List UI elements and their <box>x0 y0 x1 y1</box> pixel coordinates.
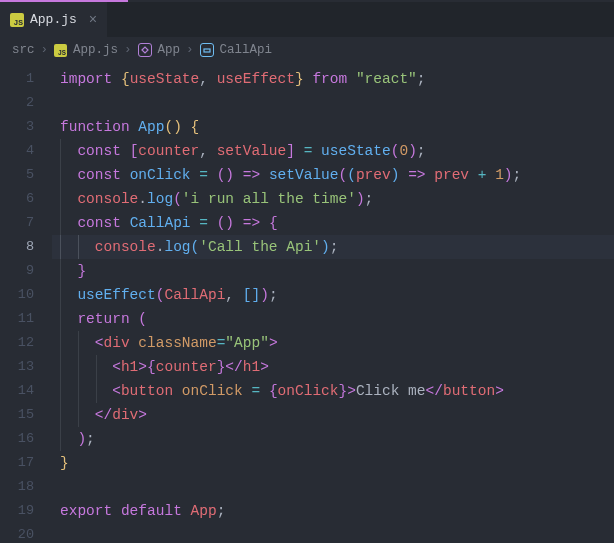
tab-bar: JS App.js × <box>0 2 614 37</box>
code-line[interactable]: const CallApi = () => { <box>52 211 614 235</box>
line-number-gutter: 1 2 3 4 5 6 7 8 9 10 11 12 13 14 15 16 1… <box>0 63 52 543</box>
code-content[interactable]: import {useState, useEffect} from "react… <box>52 63 614 543</box>
code-line[interactable]: <h1>{counter}</h1> <box>52 355 614 379</box>
code-editor[interactable]: 1 2 3 4 5 6 7 8 9 10 11 12 13 14 15 16 1… <box>0 63 614 543</box>
method-icon <box>138 43 152 57</box>
code-line[interactable]: const onClick = () => setValue((prev) =>… <box>52 163 614 187</box>
chevron-right-icon: › <box>186 43 194 57</box>
breadcrumb: src › JS App.js › App › CallApi <box>0 37 614 63</box>
code-line[interactable]: <div className="App"> <box>52 331 614 355</box>
breadcrumb-segment[interactable]: App <box>158 43 181 57</box>
code-line[interactable]: } <box>52 259 614 283</box>
breadcrumb-segment[interactable]: CallApi <box>220 43 273 57</box>
code-line[interactable]: import {useState, useEffect} from "react… <box>52 67 614 91</box>
chevron-right-icon: › <box>41 43 49 57</box>
code-line[interactable]: return ( <box>52 307 614 331</box>
tab-app-js[interactable]: JS App.js × <box>0 2 107 37</box>
code-line[interactable]: } <box>52 451 614 475</box>
js-icon: JS <box>54 44 67 57</box>
code-line[interactable] <box>52 523 614 543</box>
variable-icon <box>200 43 214 57</box>
code-line[interactable] <box>52 91 614 115</box>
code-line[interactable]: <button onClick = {onClick}>Click me</bu… <box>52 379 614 403</box>
svg-rect-1 <box>204 49 210 52</box>
code-line[interactable]: console.log('i run all the time'); <box>52 187 614 211</box>
code-line[interactable]: </div> <box>52 403 614 427</box>
close-icon[interactable]: × <box>89 13 97 27</box>
code-line[interactable]: const [counter, setValue] = useState(0); <box>52 139 614 163</box>
chevron-right-icon: › <box>124 43 132 57</box>
breadcrumb-segment[interactable]: App.js <box>73 43 118 57</box>
code-line[interactable]: function App() { <box>52 115 614 139</box>
code-line[interactable]: export default App; <box>52 499 614 523</box>
tab-filename: App.js <box>30 12 77 27</box>
breadcrumb-segment[interactable]: src <box>12 43 35 57</box>
js-icon: JS <box>10 13 24 27</box>
code-line[interactable]: useEffect(CallApi, []); <box>52 283 614 307</box>
code-line[interactable]: console.log('Call the Api'); <box>52 235 614 259</box>
code-line[interactable]: ); <box>52 427 614 451</box>
code-line[interactable] <box>52 475 614 499</box>
